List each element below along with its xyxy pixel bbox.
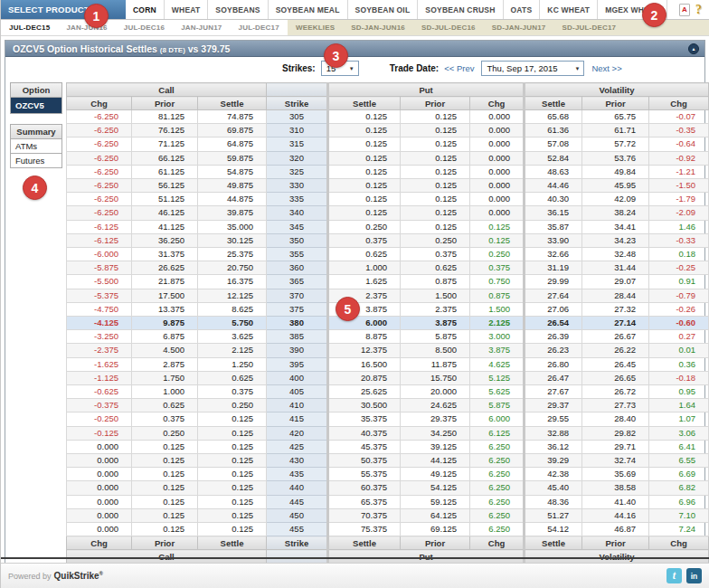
next-date-link[interactable]: Next >> <box>591 63 621 73</box>
vol-chg-cell: 1.64 <box>649 399 709 413</box>
contract-tabs-standard: JUL-DEC15JAN-JUN16JUL-DEC16JAN-JUN17JUL-… <box>1 20 288 35</box>
vol-settle-cell: 36.15 <box>525 206 582 220</box>
contract-tab-jan-jun17[interactable]: JAN-JUN17 <box>173 20 230 35</box>
vol-chg-cell: 7.10 <box>649 508 709 522</box>
trade-date-select[interactable]: Thu, Sep 17, 2015 ▼ <box>481 61 584 76</box>
call-settle-cell: 64.875 <box>198 138 267 151</box>
linkedin-icon[interactable]: in <box>686 568 702 583</box>
strike-cell: 450 <box>267 508 328 522</box>
vol-settle-cell: 35.87 <box>525 220 582 233</box>
put-prior-cell: 0.125 <box>401 193 470 206</box>
strike-cell: 315 <box>267 138 328 151</box>
put-settle-footer: Settle <box>328 536 401 550</box>
vol-chg-cell: -0.33 <box>649 233 709 247</box>
call-prior-cell: 13.375 <box>132 302 198 316</box>
sidebar-item-atms[interactable]: ATMs <box>10 139 62 154</box>
put-chg-cell: 0.125 <box>470 233 525 247</box>
prev-date-link[interactable]: << Prev <box>444 63 474 73</box>
sidebar-gap <box>10 114 62 124</box>
vol-prior-cell: 61.71 <box>582 124 649 138</box>
table-row-strike-420: -0.1250.2500.12542040.37534.2506.12532.8… <box>67 426 709 440</box>
strike-cell: 375 <box>267 302 328 316</box>
vol-chg-cell: -0.92 <box>649 151 709 165</box>
call-settle-cell: 16.375 <box>198 275 267 289</box>
put-settle-cell: 0.125 <box>328 206 401 220</box>
call-prior-cell: 0.375 <box>132 413 198 426</box>
sidebar-item-ozcv5[interactable]: OZCV5 <box>10 98 62 114</box>
vol-chg-cell: 6.55 <box>649 454 709 468</box>
call-settle-cell: 0.125 <box>198 523 267 536</box>
call-prior-cell: 0.250 <box>132 426 198 440</box>
call-settle-cell: 0.625 <box>198 371 267 384</box>
call-chg-cell: -6.250 <box>67 193 132 206</box>
product-tab-oats[interactable]: OATS <box>504 0 541 19</box>
contract-tab-jul-dec16[interactable]: JUL-DEC16 <box>116 20 173 35</box>
help-icon[interactable]: ? <box>695 3 702 17</box>
call-prior-cell: 4.500 <box>132 344 198 357</box>
vol-settle-header: Settle <box>525 97 582 110</box>
trade-date-label: Trade Date: <box>390 63 439 73</box>
contract-tab-sd-jan-jun17[interactable]: SD-JAN-JUN17 <box>484 20 554 35</box>
product-tab-soybean-meal[interactable]: SOYBEAN MEAL <box>269 0 348 19</box>
vol-chg-cell: 1.46 <box>649 220 709 233</box>
table-row-strike-445: 0.0000.1250.12544565.37559.1256.25048.36… <box>67 495 709 508</box>
strike-cell: 355 <box>267 248 328 261</box>
table-footer-column-row: Chg Prior Settle Strike Settle Prior Chg… <box>67 536 709 550</box>
vol-chg-footer: Chg <box>649 536 709 550</box>
put-prior-cell: 0.625 <box>401 261 470 275</box>
pdf-export-icon[interactable]: A <box>679 4 690 16</box>
product-tab-wheat[interactable]: WHEAT <box>165 0 209 19</box>
put-settle-cell: 0.125 <box>328 138 401 151</box>
put-prior-cell: 8.500 <box>401 344 470 357</box>
put-group-header: Put <box>328 83 525 97</box>
twitter-icon[interactable]: t <box>666 568 682 583</box>
panel-title-vs: vs 379.75 <box>188 43 231 54</box>
vol-prior-cell: 45.95 <box>582 179 649 193</box>
call-settle-cell: 39.875 <box>198 206 267 220</box>
call-prior-cell: 0.125 <box>132 440 198 453</box>
trade-date-select-value: Thu, Sep 17, 2015 <box>487 63 557 73</box>
contract-tab-weeklies[interactable]: WEEKLIES <box>288 20 343 35</box>
call-settle-cell: 0.375 <box>198 385 267 399</box>
strike-cell: 405 <box>267 385 328 399</box>
vol-chg-cell: 7.24 <box>649 523 709 536</box>
product-tab-corn[interactable]: CORN <box>126 0 165 19</box>
sidebar-summary-header: Summary <box>10 124 62 139</box>
put-settle-cell: 8.875 <box>328 330 401 344</box>
sidebar-item-futures[interactable]: Futures <box>10 154 62 168</box>
vol-settle-cell: 26.54 <box>525 317 582 330</box>
table-row-strike-325: -6.25061.12554.8753250.1250.1250.00048.6… <box>67 165 709 178</box>
call-chg-cell: -6.250 <box>67 110 132 124</box>
vol-chg-cell: -0.25 <box>649 261 709 275</box>
call-chg-cell: -4.750 <box>67 302 132 316</box>
vol-settle-cell: 54.12 <box>525 523 582 536</box>
contract-tab-sd-jul-dec17[interactable]: SD-JUL-DEC17 <box>554 20 625 35</box>
strikes-label: Strikes: <box>282 63 316 73</box>
contract-tab-jul-dec15[interactable]: JUL-DEC15 <box>1 20 58 35</box>
contract-tab-jul-dec17[interactable]: JUL-DEC17 <box>231 20 288 35</box>
vol-chg-cell: -2.09 <box>649 206 709 220</box>
product-tab-soybean-crush[interactable]: SOYBEAN CRUSH <box>418 0 503 19</box>
vol-prior-cell: 38.24 <box>582 206 649 220</box>
call-chg-cell: 0.000 <box>67 481 132 495</box>
table-row-strike-455: 0.0000.1250.12545575.37569.1256.25054.12… <box>67 523 709 536</box>
put-chg-cell: 6.125 <box>470 426 525 440</box>
vol-chg-cell: -1.21 <box>649 165 709 178</box>
put-prior-cell: 0.875 <box>401 275 470 289</box>
vol-chg-cell: 6.96 <box>649 495 709 508</box>
contract-tab-sd-jan-jun16[interactable]: SD-JAN-JUN16 <box>343 20 413 35</box>
put-prior-cell: 15.750 <box>401 371 470 384</box>
product-tab-kc-wheat[interactable]: KC WHEAT <box>540 0 598 19</box>
collapse-panel-icon[interactable]: ▲ <box>688 43 699 54</box>
strike-cell: 410 <box>267 399 328 413</box>
put-settle-cell: 20.875 <box>328 371 401 384</box>
put-settle-cell: 60.375 <box>328 481 401 495</box>
put-settle-cell: 0.250 <box>328 220 401 233</box>
table-row-strike-395: -1.6252.8751.25039516.50011.8754.62526.8… <box>67 357 709 371</box>
product-tab-soybean-oil[interactable]: SOYBEAN OIL <box>348 0 419 19</box>
call-prior-cell: 9.875 <box>132 317 198 330</box>
call-settle-cell: 20.750 <box>198 261 267 275</box>
contract-tab-sd-jul-dec16[interactable]: SD-JUL-DEC16 <box>413 20 484 35</box>
table-row-strike-450: 0.0000.1250.12545070.37564.1256.25051.27… <box>67 508 709 522</box>
product-tab-soybeans[interactable]: SOYBEANS <box>208 0 268 19</box>
